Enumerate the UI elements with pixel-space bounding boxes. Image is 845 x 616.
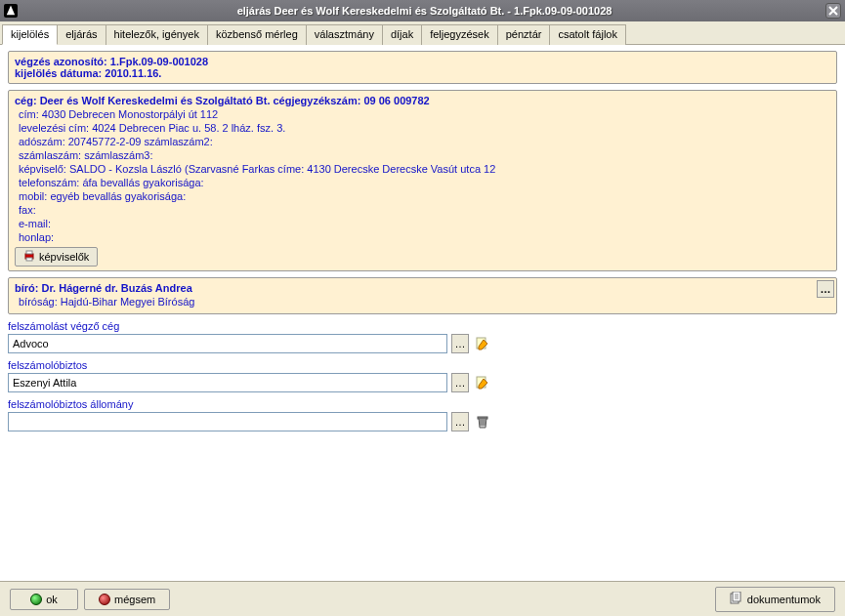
representatives-button[interactable]: képviselők bbox=[15, 247, 98, 267]
liquidator-company-label: felszámolást végző cég bbox=[8, 320, 837, 332]
company-repr: képviselő: SALDO - Kozsla László (Szarva… bbox=[19, 163, 830, 175]
documents-icon bbox=[730, 592, 743, 607]
trustee-input[interactable] bbox=[8, 373, 447, 392]
panel-judge: bíró: Dr. Hágerné dr. Buzás Andrea bírós… bbox=[8, 277, 837, 314]
svg-rect-1 bbox=[26, 251, 32, 254]
repr-label: képviselők bbox=[39, 251, 89, 263]
tab-dijak[interactable]: díjak bbox=[382, 24, 422, 45]
judge-browse-button[interactable]: … bbox=[817, 280, 834, 298]
company-web: honlap: bbox=[19, 231, 830, 243]
tab-feljegyzesek[interactable]: feljegyzések bbox=[421, 24, 498, 45]
company-mobile: mobil: egyéb bevallás gyakorisága: bbox=[19, 190, 830, 202]
close-button[interactable] bbox=[825, 3, 841, 19]
company-address: cím: 4030 Debrecen Monostorpályi út 112 bbox=[19, 108, 830, 120]
ok-icon bbox=[30, 594, 42, 605]
content-area: végzés azonosító: 1.Fpk.09-09-001028 kij… bbox=[0, 45, 845, 596]
company-header: cég: Deer és Wolf Kereskedelmi és Szolgá… bbox=[15, 95, 830, 106]
ok-label: ok bbox=[46, 594, 58, 605]
company-fax: fax: bbox=[19, 204, 830, 216]
svg-rect-5 bbox=[478, 417, 487, 419]
trustee-label: felszámolóbiztos bbox=[8, 359, 837, 371]
tab-penztar[interactable]: pénztár bbox=[497, 24, 551, 45]
print-icon bbox=[23, 250, 35, 264]
field-liquidator-company: felszámolást végző cég … bbox=[8, 320, 837, 353]
documents-label: dokumentumok bbox=[747, 594, 821, 605]
company-account: számlaszám: számlaszám3: bbox=[19, 149, 830, 161]
staff-browse[interactable]: … bbox=[451, 412, 469, 431]
edit-icon[interactable] bbox=[473, 334, 492, 353]
tab-kijeloles[interactable]: kijelölés bbox=[2, 24, 58, 45]
documents-button[interactable]: dokumentumok bbox=[715, 587, 835, 612]
staff-label: felszámolóbiztos állomány bbox=[8, 398, 837, 410]
tab-eljaras[interactable]: eljárás bbox=[57, 24, 106, 45]
cancel-label: mégsem bbox=[114, 594, 155, 605]
staff-input[interactable] bbox=[8, 412, 447, 431]
judge-header: bíró: Dr. Hágerné dr. Buzás Andrea bbox=[15, 282, 830, 294]
trustee-browse[interactable]: … bbox=[451, 373, 469, 392]
svg-rect-2 bbox=[26, 258, 32, 261]
ok-button[interactable]: ok bbox=[10, 589, 78, 610]
window-title: eljárás Deer és Wolf Kereskedelmi és Szo… bbox=[23, 5, 825, 17]
app-icon bbox=[4, 4, 18, 18]
edit-icon[interactable] bbox=[473, 373, 492, 392]
court-name: bíróság: Hajdú-Bihar Megyei Bíróság bbox=[19, 296, 830, 308]
liquidator-company-browse[interactable]: … bbox=[451, 334, 469, 353]
field-staff: felszámolóbiztos állomány … bbox=[8, 398, 837, 431]
trash-icon[interactable] bbox=[473, 412, 492, 431]
cancel-icon bbox=[99, 594, 110, 605]
company-mailing: levelezési cím: 4024 Debrecen Piac u. 58… bbox=[19, 122, 830, 134]
titlebar: eljárás Deer és Wolf Kereskedelmi és Szo… bbox=[0, 0, 845, 21]
cancel-button[interactable]: mégsem bbox=[84, 589, 170, 610]
liquidator-company-input[interactable] bbox=[8, 334, 447, 353]
footer: ok mégsem dokumentumok bbox=[0, 581, 845, 616]
order-date: kijelölés dátuma: 2010.11.16. bbox=[15, 67, 830, 79]
company-tax: adószám: 20745772-2-09 számlaszám2: bbox=[19, 136, 830, 147]
field-trustee: felszámolóbiztos … bbox=[8, 359, 837, 392]
panel-company: cég: Deer és Wolf Kereskedelmi és Szolgá… bbox=[8, 90, 837, 271]
panel-order: végzés azonosító: 1.Fpk.09-09-001028 kij… bbox=[8, 51, 837, 84]
tab-valasztmany[interactable]: választmány bbox=[306, 24, 383, 45]
tab-hitelezok[interactable]: hitelezők, igények bbox=[106, 24, 208, 45]
company-phone: telefonszám: áfa bevallás gyakorisága: bbox=[19, 177, 830, 188]
tab-kozbenso[interactable]: közbenső mérleg bbox=[207, 24, 307, 45]
company-email: e-mail: bbox=[19, 218, 830, 229]
order-id: végzés azonosító: 1.Fpk.09-09-001028 bbox=[15, 56, 830, 67]
tab-csatolt[interactable]: csatolt fájlok bbox=[549, 24, 626, 45]
tabstrip: kijelölés eljárás hitelezők, igények köz… bbox=[0, 21, 845, 45]
